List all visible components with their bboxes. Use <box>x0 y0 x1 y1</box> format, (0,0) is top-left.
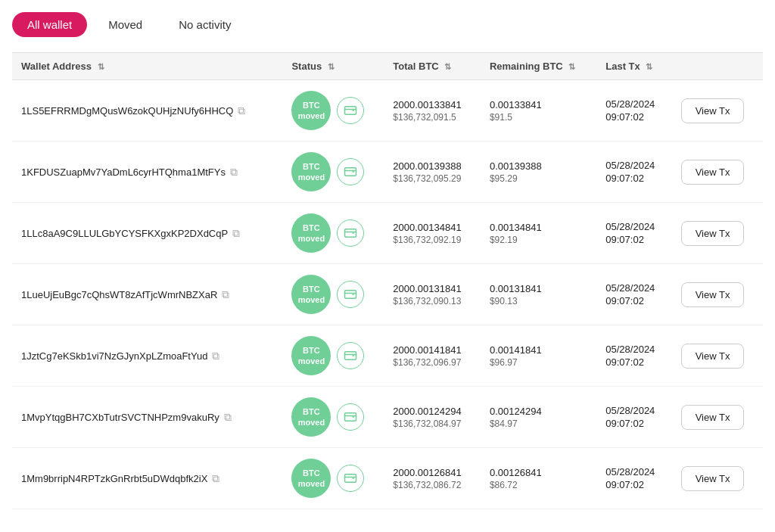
wallet-address-1: 1KFDUSZuapMv7YaDmL6cyrHTQhma1MtFYs <box>21 166 226 178</box>
remaining-btc-value-3: 0.00131841 <box>490 283 587 294</box>
remaining-btc-value-1: 0.00139388 <box>490 160 587 172</box>
last-tx-cell-4: 05/28/2024 09:07:02 <box>596 325 671 387</box>
address-cell-3: 1LueUjEuBgc7cQhsWT8zAfTjcWmrNBZXaR ⧉ <box>12 264 282 325</box>
wallet-address-5: 1MvpYtqgBH7CXbTutrSVCTNHPzm9vakuRy <box>21 412 219 423</box>
action-cell-3: View Tx <box>672 264 763 325</box>
last-tx-cell-5: 05/28/2024 09:07:02 <box>596 387 671 448</box>
total-btc-value-2: 2000.00134841 <box>393 222 472 233</box>
status-cell-2: BTCmoved <box>282 203 384 264</box>
total-btc-cell-1: 2000.00139388 $136,732,095.29 <box>384 142 481 203</box>
wallet-icon-circle-6[interactable] <box>337 465 364 492</box>
action-cell-6: View Tx <box>672 448 763 509</box>
col-header-status[interactable]: Status ⇅ <box>282 53 384 80</box>
table-row: 1LS5EFRRMDgMQusW6zokQUHjzNUfy6HHCQ ⧉ BTC… <box>12 80 763 142</box>
total-usd-value-1: $136,732,095.29 <box>393 173 472 184</box>
wallet-icon-circle-5[interactable] <box>337 403 364 431</box>
address-cell-1: 1KFDUSZuapMv7YaDmL6cyrHTQhma1MtFYs ⧉ <box>12 142 282 203</box>
last-tx-time-2: 09:07:02 <box>605 234 662 245</box>
last-tx-date-2: 05/28/2024 <box>605 221 662 232</box>
action-cell-5: View Tx <box>672 387 763 448</box>
tab-all-wallet[interactable]: All wallet <box>12 12 87 37</box>
remaining-btc-value-2: 0.00134841 <box>490 222 587 233</box>
wallet-icon-circle-0[interactable] <box>337 97 364 124</box>
remaining-btc-value-0: 0.00133841 <box>490 99 587 110</box>
total-btc-cell-3: 2000.00131841 $136,732,090.13 <box>384 264 481 325</box>
view-tx-button-2[interactable]: View Tx <box>681 221 745 246</box>
last-tx-time-6: 09:07:02 <box>605 479 662 490</box>
view-tx-button-4[interactable]: View Tx <box>681 344 745 369</box>
last-tx-date-4: 05/28/2024 <box>605 344 662 355</box>
col-header-action <box>672 53 763 80</box>
total-usd-value-5: $136,732,084.97 <box>393 418 472 429</box>
remaining-btc-value-6: 0.00126841 <box>490 467 587 478</box>
last-tx-cell-1: 05/28/2024 09:07:02 <box>596 142 671 203</box>
btc-moved-badge-2: BTCmoved <box>291 213 331 253</box>
remaining-usd-value-5: $84.97 <box>490 418 587 429</box>
copy-icon-6[interactable]: ⧉ <box>212 472 219 485</box>
last-tx-time-4: 09:07:02 <box>605 356 662 368</box>
wallet-icon-circle-4[interactable] <box>337 342 364 369</box>
btc-moved-badge-3: BTCmoved <box>291 275 331 314</box>
remaining-btc-cell-3: 0.00131841 $90.13 <box>481 264 596 325</box>
last-tx-time-1: 09:07:02 <box>605 173 662 184</box>
remaining-usd-value-1: $95.29 <box>490 173 587 184</box>
col-header-wallet-address[interactable]: Wallet Address ⇅ <box>12 53 282 80</box>
last-tx-cell-2: 05/28/2024 09:07:02 <box>596 203 671 264</box>
remaining-btc-cell-0: 0.00133841 $91.5 <box>481 80 596 142</box>
wallet-address-6: 1Mm9brripN4RPTzkGnRrbt5uDWdqbfk2iX <box>21 473 207 484</box>
col-header-last-tx[interactable]: Last Tx ⇅ <box>596 53 671 80</box>
wallet-icon-circle-3[interactable] <box>337 281 364 308</box>
view-tx-button-3[interactable]: View Tx <box>681 282 745 307</box>
status-cell-3: BTCmoved <box>282 264 384 325</box>
last-tx-cell-6: 05/28/2024 09:07:02 <box>596 448 671 509</box>
total-btc-value-3: 2000.00131841 <box>393 283 472 294</box>
sort-icon-remaining-btc: ⇅ <box>568 62 575 72</box>
address-cell-4: 1JztCg7eKSkb1vi7NzGJynXpLZmoaFtYud ⧉ <box>12 325 282 387</box>
tab-no-activity[interactable]: No activity <box>163 12 246 37</box>
last-tx-date-1: 05/28/2024 <box>605 160 662 171</box>
tab-moved[interactable]: Moved <box>93 12 157 37</box>
sort-icon-last-tx: ⇅ <box>646 62 652 72</box>
last-tx-date-5: 05/28/2024 <box>605 405 662 416</box>
copy-icon-5[interactable]: ⧉ <box>224 411 232 424</box>
remaining-usd-value-0: $91.5 <box>490 112 587 123</box>
table-row: 1JztCg7eKSkb1vi7NzGJynXpLZmoaFtYud ⧉ BTC… <box>12 325 763 387</box>
copy-icon-1[interactable]: ⧉ <box>230 166 238 179</box>
address-cell-0: 1LS5EFRRMDgMQusW6zokQUHjzNUfy6HHCQ ⧉ <box>12 80 282 142</box>
btc-moved-badge-1: BTCmoved <box>291 152 331 191</box>
wallet-icon-circle-1[interactable] <box>337 158 364 185</box>
total-btc-value-1: 2000.00139388 <box>393 160 472 172</box>
action-cell-0: View Tx <box>672 80 763 142</box>
total-usd-value-6: $136,732,086.72 <box>393 480 472 490</box>
last-tx-date-3: 05/28/2024 <box>605 282 662 294</box>
action-cell-2: View Tx <box>672 203 763 264</box>
total-usd-value-2: $136,732,092.19 <box>393 235 472 245</box>
total-btc-value-5: 2000.00124294 <box>393 406 472 417</box>
view-tx-button-5[interactable]: View Tx <box>681 405 745 430</box>
wallet-address-0: 1LS5EFRRMDgMQusW6zokQUHjzNUfy6HHCQ <box>21 105 233 117</box>
last-tx-cell-3: 05/28/2024 09:07:02 <box>596 264 671 325</box>
table-row: 1LLc8aA9C9LLULGbYCYSFKXgxKP2DXdCqP ⧉ BTC… <box>12 203 763 264</box>
remaining-btc-value-4: 0.00141841 <box>490 344 587 356</box>
btc-moved-badge-6: BTCmoved <box>291 459 331 498</box>
copy-icon-0[interactable]: ⧉ <box>238 104 245 117</box>
sort-icon-address: ⇅ <box>98 62 104 72</box>
total-usd-value-3: $136,732,090.13 <box>393 296 472 306</box>
total-usd-value-0: $136,732,091.5 <box>393 112 472 123</box>
view-tx-button-0[interactable]: View Tx <box>681 98 745 123</box>
copy-icon-3[interactable]: ⧉ <box>222 288 229 301</box>
action-cell-4: View Tx <box>672 325 763 387</box>
copy-icon-2[interactable]: ⧉ <box>232 227 240 240</box>
remaining-usd-value-6: $86.72 <box>490 480 587 490</box>
remaining-usd-value-2: $92.19 <box>490 235 587 245</box>
last-tx-time-0: 09:07:02 <box>605 111 662 123</box>
last-tx-date-6: 05/28/2024 <box>605 466 662 478</box>
copy-icon-4[interactable]: ⧉ <box>212 350 219 362</box>
remaining-usd-value-4: $96.97 <box>490 357 587 368</box>
view-tx-button-1[interactable]: View Tx <box>681 160 745 185</box>
total-btc-value-4: 2000.00141841 <box>393 344 472 356</box>
view-tx-button-6[interactable]: View Tx <box>681 466 745 491</box>
wallet-icon-circle-2[interactable] <box>337 219 364 247</box>
col-header-total-btc[interactable]: Total BTC ⇅ <box>384 53 481 80</box>
col-header-remaining-btc[interactable]: Remaining BTC ⇅ <box>481 53 596 80</box>
